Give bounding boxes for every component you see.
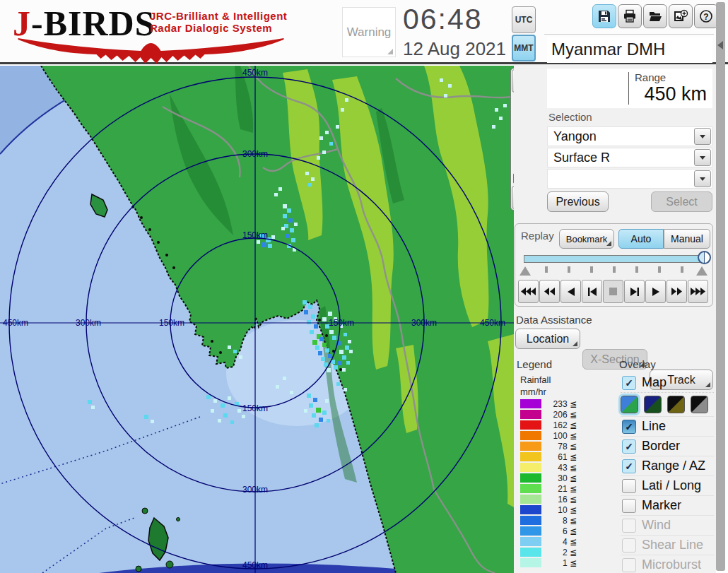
- warning-button[interactable]: Warning: [342, 7, 396, 57]
- rain-cell: [324, 362, 328, 367]
- select-button[interactable]: Select: [651, 191, 712, 212]
- overlay-item-lati-long[interactable]: Lati / Long: [621, 476, 714, 496]
- checkbox[interactable]: ✓: [622, 459, 636, 473]
- overlay-item-shear-line[interactable]: Shear Line: [621, 536, 714, 555]
- rewind-button[interactable]: [539, 280, 560, 303]
- rain-cell: [228, 396, 231, 400]
- fast-forward-button[interactable]: [667, 280, 687, 303]
- legend-color-swatch: [520, 452, 541, 461]
- previous-button[interactable]: Previous: [547, 191, 609, 212]
- checkbox[interactable]: [622, 499, 636, 513]
- legend-entry: 8 ≦: [520, 515, 577, 526]
- manual-mode-button[interactable]: Manual: [664, 229, 710, 249]
- mmt-button[interactable]: MMT: [512, 35, 536, 61]
- overlay-item-marker[interactable]: Marker: [621, 496, 714, 516]
- overlay-label: Range / AZ: [642, 459, 705, 473]
- print-icon: [623, 9, 637, 23]
- radar-map[interactable]: 450km300km150km150km300km450km450km300km…: [0, 66, 514, 573]
- rain-cell: [271, 235, 275, 239]
- rain-cell: [211, 409, 214, 413]
- rain-cell: [348, 340, 351, 343]
- rain-cell: [294, 223, 298, 226]
- replay-range-end-marker[interactable]: [696, 266, 708, 276]
- map-style-blue-green[interactable]: [621, 396, 638, 413]
- product-dropdown-arrow-icon[interactable]: [694, 149, 711, 166]
- overlay-item-border[interactable]: ✓Border: [621, 437, 714, 456]
- warning-label: Warning: [347, 25, 392, 40]
- stop-button[interactable]: [603, 280, 623, 303]
- range-ring-label: 300km: [411, 318, 437, 328]
- site-dropdown-arrow-icon[interactable]: [694, 128, 711, 145]
- station-name: Myanmar DMH: [547, 37, 712, 63]
- checkbox[interactable]: [622, 558, 636, 572]
- add-image-button[interactable]: [669, 4, 693, 28]
- legend-entry: 21 ≦: [520, 483, 577, 494]
- bookmark-button[interactable]: Bookmark: [559, 229, 614, 249]
- option-dropdown-arrow-icon[interactable]: [694, 170, 711, 187]
- map-style-black-grey[interactable]: [691, 396, 708, 413]
- fastest-forward-button[interactable]: [688, 280, 708, 303]
- rain-cell: [308, 305, 312, 309]
- header-separator: [544, 34, 714, 35]
- legend-value: 8 ≦: [541, 516, 577, 526]
- open-folder-button[interactable]: [643, 4, 667, 28]
- checkbox[interactable]: ✓: [622, 376, 636, 390]
- legend-value: 43 ≦: [541, 463, 577, 473]
- replay-slider-handle[interactable]: [698, 251, 711, 264]
- legend-title: Legend: [517, 358, 552, 370]
- step-back-button[interactable]: [582, 280, 602, 303]
- checkbox[interactable]: [622, 479, 636, 493]
- fast-rewind-button[interactable]: [518, 280, 539, 303]
- rain-cell: [327, 368, 331, 372]
- rain-cell: [339, 350, 344, 354]
- overlay-item-microburst[interactable]: Microburst: [621, 555, 714, 573]
- location-button[interactable]: Location: [515, 329, 580, 349]
- product-dropdown[interactable]: Surface R: [547, 148, 712, 167]
- map-style-black-olive[interactable]: [667, 396, 685, 413]
- rain-cell: [322, 150, 326, 154]
- step-forward-button[interactable]: [624, 280, 645, 303]
- rewind-icon: [544, 288, 555, 295]
- overlay-label: Wind: [642, 518, 671, 533]
- rain-cell: [151, 420, 154, 423]
- panel-collapse-strip[interactable]: [716, 2, 725, 571]
- play-button[interactable]: [645, 280, 666, 303]
- map-style-navy-darkgreen[interactable]: [644, 396, 662, 413]
- rain-cell: [309, 403, 313, 408]
- rain-cell: [262, 242, 266, 247]
- overlay-label: Shear Line: [642, 538, 703, 553]
- rain-cell: [233, 350, 237, 353]
- overlay-item-map[interactable]: ✓Map: [621, 373, 714, 393]
- rain-cell: [346, 361, 350, 365]
- auto-mode-button[interactable]: Auto: [618, 229, 664, 249]
- checkbox[interactable]: [622, 538, 636, 553]
- save-button[interactable]: [592, 4, 616, 28]
- help-button[interactable]: ?: [694, 4, 718, 28]
- reverse-play-icon: [568, 288, 575, 296]
- rain-cell: [290, 228, 294, 232]
- checkbox[interactable]: ✓: [622, 420, 636, 434]
- overlay-item-range-az[interactable]: ✓Range / AZ: [621, 456, 714, 476]
- rain-cell: [304, 409, 307, 413]
- print-button[interactable]: [618, 4, 642, 28]
- replay-tick: [681, 266, 683, 273]
- checkbox[interactable]: ✓: [622, 439, 636, 454]
- checkbox[interactable]: [622, 519, 636, 533]
- rain-cell: [276, 385, 279, 389]
- legend-entry: 6 ≦: [520, 526, 577, 536]
- rain-cell: [274, 193, 278, 196]
- eagle-icon: [11, 34, 290, 65]
- replay-slider-track[interactable]: [524, 255, 706, 263]
- option-dropdown[interactable]: [547, 169, 712, 189]
- overlay-item-wind[interactable]: Wind: [621, 516, 714, 536]
- utc-button[interactable]: UTC: [512, 6, 536, 33]
- legend-color-swatch: [520, 473, 541, 483]
- fast-forward-icon: [671, 288, 682, 295]
- rain-cell: [336, 382, 340, 386]
- reverse-play-button[interactable]: [560, 280, 581, 303]
- replay-range-start-marker[interactable]: [519, 266, 531, 276]
- selection-label: Selection: [548, 111, 592, 123]
- overlay-item-line[interactable]: ✓Line: [621, 417, 714, 437]
- site-dropdown[interactable]: Yangon: [547, 126, 712, 146]
- rain-cell: [283, 377, 286, 380]
